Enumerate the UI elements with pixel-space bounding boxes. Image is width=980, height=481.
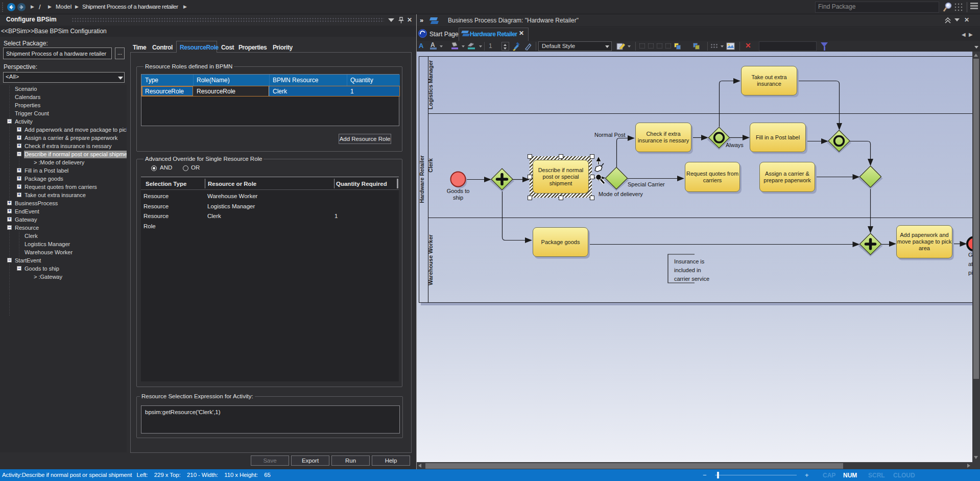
svg-text:Clerk: Clerk (427, 158, 434, 172)
svg-text:Hardware Retailer: Hardware Retailer (419, 155, 425, 203)
svg-text:Logistics Manager: Logistics Manager (427, 60, 434, 109)
svg-text:Warehouse Worker: Warehouse Worker (427, 234, 434, 285)
